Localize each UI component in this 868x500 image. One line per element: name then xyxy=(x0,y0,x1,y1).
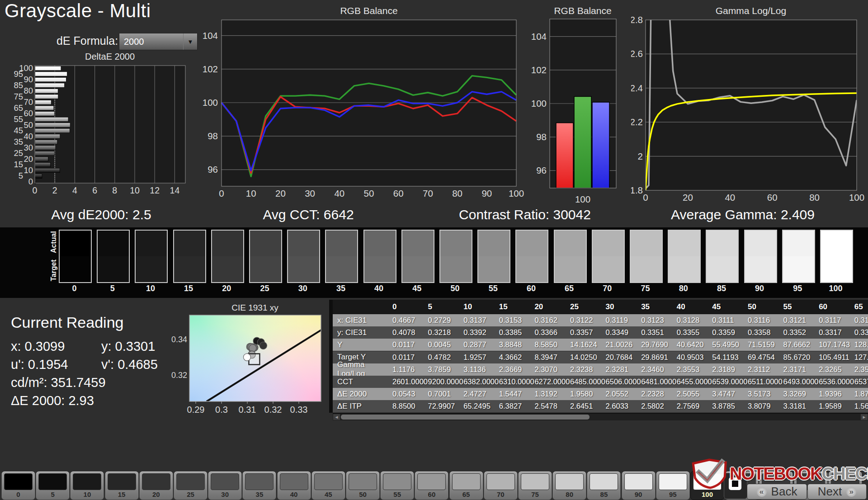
table-row-gutter xyxy=(329,300,333,413)
strip-swatch-95 xyxy=(782,230,815,283)
pattern-tile-50[interactable]: 50 xyxy=(346,471,380,500)
svg-text:102: 102 xyxy=(531,65,547,75)
scrollbar-thumb[interactable] xyxy=(341,415,590,420)
current-reading-uv: u': 0.1954v': 0.4685 xyxy=(11,357,158,372)
svg-text:60: 60 xyxy=(767,192,778,203)
svg-text:RGB Balance: RGB Balance xyxy=(554,5,611,16)
pattern-tile-15[interactable]: 15 xyxy=(105,471,139,500)
strip-label-50: 50 xyxy=(439,284,472,293)
scroll-left-icon[interactable]: ◄ xyxy=(333,414,340,420)
strip-label-45: 45 xyxy=(401,284,434,293)
current-reading-title: Current Reading xyxy=(11,314,123,331)
pattern-tile-35[interactable]: 35 xyxy=(242,471,276,500)
strip-actual-label: Actual xyxy=(50,235,58,253)
current-reading-de2000: ΔE 2000: 2.93 xyxy=(11,393,101,408)
svg-text:65: 65 xyxy=(14,103,23,113)
svg-text:0: 0 xyxy=(219,188,224,198)
table-horizontal-scrollbar[interactable]: ◄ ► xyxy=(333,413,868,420)
svg-text:40: 40 xyxy=(334,188,344,198)
svg-text:DeltaE 2000: DeltaE 2000 xyxy=(85,52,135,61)
svg-text:2.8: 2.8 xyxy=(631,14,643,25)
pattern-tile-80[interactable]: 80 xyxy=(552,471,586,500)
rgb-balance-line-chart: 96981001021040102030405060708090100RGB B… xyxy=(179,5,527,209)
pattern-tile-95[interactable]: 95 xyxy=(656,471,690,500)
pattern-tile-55[interactable]: 55 xyxy=(380,471,414,500)
svg-text:60: 60 xyxy=(393,188,404,198)
page-title: Grayscale - Multi xyxy=(5,0,151,22)
pattern-tile-65[interactable]: 65 xyxy=(449,471,483,500)
svg-text:100: 100 xyxy=(849,192,864,203)
strip-swatch-60 xyxy=(515,230,548,283)
strip-swatch-0 xyxy=(59,230,92,283)
svg-text:104: 104 xyxy=(531,31,547,42)
strip-label-60: 60 xyxy=(514,284,547,293)
strip-swatch-80 xyxy=(668,230,701,283)
table-row-2: y: CIE310.40780.32180.33920.33850.33660.… xyxy=(333,326,868,339)
svg-text:0: 0 xyxy=(28,177,33,186)
strip-swatch-100 xyxy=(820,230,853,283)
svg-text:30: 30 xyxy=(24,143,33,152)
measurement-table: ◄ ► 05101520253035404550556065x: CIE310.… xyxy=(329,300,868,422)
strip-swatch-30 xyxy=(287,230,320,283)
svg-text:2.6: 2.6 xyxy=(631,48,643,59)
strip-swatch-35 xyxy=(325,230,358,283)
strip-target-label: Target xyxy=(50,263,58,281)
strip-swatch-20 xyxy=(211,230,244,283)
table-row-4: Target Y0.01170.47821.92574.36628.394714… xyxy=(333,351,868,363)
pattern-tile-20[interactable]: 20 xyxy=(139,471,173,500)
strip-swatch-85 xyxy=(706,230,739,283)
svg-text:100: 100 xyxy=(19,63,33,73)
pattern-tile-30[interactable]: 30 xyxy=(208,471,242,500)
pattern-tile-70[interactable]: 70 xyxy=(484,471,518,500)
svg-text:55: 55 xyxy=(14,114,23,124)
svg-text:90: 90 xyxy=(481,188,492,198)
de-formula-label: dE Formula: xyxy=(57,34,118,47)
svg-text:30: 30 xyxy=(305,188,315,198)
pattern-tile-85[interactable]: 85 xyxy=(587,471,621,500)
strip-swatch-15 xyxy=(173,230,206,283)
pattern-tile-75[interactable]: 75 xyxy=(518,471,552,500)
svg-text:80: 80 xyxy=(24,86,33,95)
table-row-3: Y0.01170.00450.28773.88488.585014.162421… xyxy=(333,339,868,351)
svg-text:98: 98 xyxy=(536,132,547,142)
strip-label-25: 25 xyxy=(248,284,281,293)
pattern-tile-5[interactable]: 5 xyxy=(36,471,70,500)
pattern-tile-0[interactable]: 0 xyxy=(1,471,35,500)
svg-text:102: 102 xyxy=(203,64,218,74)
strip-swatch-25 xyxy=(249,230,282,283)
grayscale-swatch-strip: Actual Target 05101520253035404550556065… xyxy=(0,227,868,298)
pattern-tile-45[interactable]: 45 xyxy=(311,471,345,500)
stat-avg-de2000: Avg dE2000: 2.5 xyxy=(51,207,151,222)
scroll-right-icon[interactable]: ► xyxy=(861,414,868,420)
svg-text:40: 40 xyxy=(24,132,33,141)
svg-text:25: 25 xyxy=(14,148,23,158)
svg-text:20: 20 xyxy=(24,154,33,164)
svg-text:100: 100 xyxy=(509,188,524,198)
svg-text:4: 4 xyxy=(72,185,77,195)
svg-text:80: 80 xyxy=(452,188,462,198)
stat-average-gamma: Average Gamma: 2.409 xyxy=(671,207,815,222)
table-row-1: x: CIE310.46670.27290.31370.31530.31620.… xyxy=(333,314,868,326)
strip-swatch-5 xyxy=(97,230,130,283)
svg-text:8: 8 xyxy=(112,185,117,195)
svg-text:14: 14 xyxy=(170,185,180,195)
pattern-tile-10[interactable]: 10 xyxy=(70,471,104,500)
pattern-tile-25[interactable]: 25 xyxy=(174,471,208,500)
strip-label-0: 0 xyxy=(58,284,91,293)
pattern-tile-40[interactable]: 40 xyxy=(277,471,311,500)
strip-label-90: 90 xyxy=(743,284,776,293)
notebookcheck-watermark: NOTEBOOKCHECK xyxy=(690,458,868,489)
strip-label-5: 5 xyxy=(96,284,129,293)
strip-label-85: 85 xyxy=(705,284,738,293)
de-formula-value: 2000 xyxy=(119,37,183,47)
pattern-tile-90[interactable]: 90 xyxy=(622,471,656,500)
svg-text:80: 80 xyxy=(809,192,820,203)
notebookcheck-shield-icon xyxy=(689,458,730,490)
strip-label-65: 65 xyxy=(553,284,586,293)
svg-text:75: 75 xyxy=(14,92,23,101)
svg-text:0.34: 0.34 xyxy=(171,335,187,344)
svg-text:20: 20 xyxy=(275,188,286,198)
svg-text:96: 96 xyxy=(208,164,218,175)
strip-label-20: 20 xyxy=(210,284,243,293)
pattern-tile-60[interactable]: 60 xyxy=(415,471,448,500)
